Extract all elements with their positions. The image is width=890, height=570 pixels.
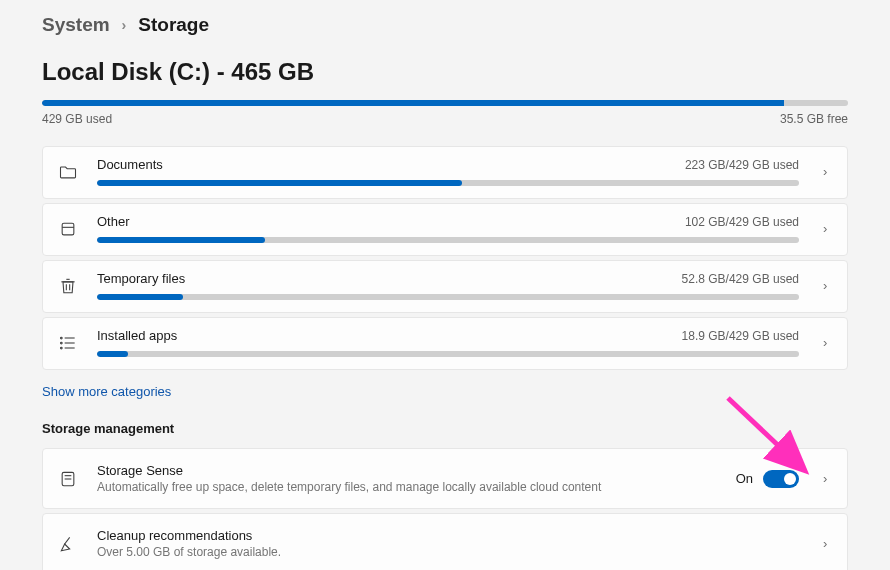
- cleanup-subtitle: Over 5.00 GB of storage available.: [97, 545, 799, 559]
- breadcrumb: System › Storage: [42, 14, 848, 36]
- chevron-right-icon: ›: [817, 221, 833, 236]
- disk-free-label: 35.5 GB free: [780, 112, 848, 126]
- chevron-right-icon: ›: [817, 471, 833, 486]
- storage-sense-title: Storage Sense: [97, 463, 718, 478]
- storage-sense-state-label: On: [736, 471, 753, 486]
- svg-line-15: [65, 537, 70, 544]
- category-name: Installed apps: [97, 328, 177, 343]
- chevron-right-icon: ›: [817, 335, 833, 350]
- cleanup-recommendations-row[interactable]: Cleanup recommendations Over 5.00 GB of …: [42, 513, 848, 570]
- cleanup-title: Cleanup recommendations: [97, 528, 799, 543]
- disk-used-label: 429 GB used: [42, 112, 112, 126]
- category-name: Documents: [97, 157, 163, 172]
- breadcrumb-current: Storage: [138, 14, 209, 36]
- list-icon: [57, 332, 79, 354]
- storage-sense-subtitle: Automatically free up space, delete temp…: [97, 480, 718, 494]
- category-bar: [97, 180, 799, 186]
- category-usage: 52.8 GB/429 GB used: [682, 272, 799, 286]
- disk-title: Local Disk (C:) - 465 GB: [42, 58, 848, 86]
- svg-point-10: [61, 342, 63, 344]
- disk-usage-bar: [42, 100, 848, 106]
- category-usage: 223 GB/429 GB used: [685, 158, 799, 172]
- category-usage: 18.9 GB/429 GB used: [682, 329, 799, 343]
- disk-usage-fill: [42, 100, 784, 106]
- storage-category-row[interactable]: Documents223 GB/429 GB used›: [42, 146, 848, 199]
- storage-sense-row[interactable]: Storage Sense Automatically free up spac…: [42, 448, 848, 509]
- chevron-right-icon: ›: [817, 536, 833, 551]
- chevron-right-icon: ›: [817, 278, 833, 293]
- svg-rect-0: [62, 223, 74, 235]
- folder-icon: [57, 161, 79, 183]
- category-bar: [97, 294, 799, 300]
- trash-icon: [57, 275, 79, 297]
- svg-point-11: [61, 347, 63, 349]
- svg-point-9: [61, 337, 63, 339]
- storage-sense-icon: [57, 468, 79, 490]
- category-bar: [97, 351, 799, 357]
- category-usage: 102 GB/429 GB used: [685, 215, 799, 229]
- storage-category-row[interactable]: Other102 GB/429 GB used›: [42, 203, 848, 256]
- storage-sense-toggle[interactable]: [763, 470, 799, 488]
- chevron-right-icon: ›: [122, 17, 127, 33]
- storage-category-row[interactable]: Temporary files52.8 GB/429 GB used›: [42, 260, 848, 313]
- storage-management-heading: Storage management: [42, 421, 848, 436]
- show-more-categories-link[interactable]: Show more categories: [42, 384, 171, 399]
- chevron-right-icon: ›: [817, 164, 833, 179]
- box-icon: [57, 218, 79, 240]
- category-name: Other: [97, 214, 130, 229]
- broom-icon: [57, 533, 79, 555]
- breadcrumb-parent[interactable]: System: [42, 14, 110, 36]
- category-name: Temporary files: [97, 271, 185, 286]
- storage-category-row[interactable]: Installed apps18.9 GB/429 GB used›: [42, 317, 848, 370]
- category-bar: [97, 237, 799, 243]
